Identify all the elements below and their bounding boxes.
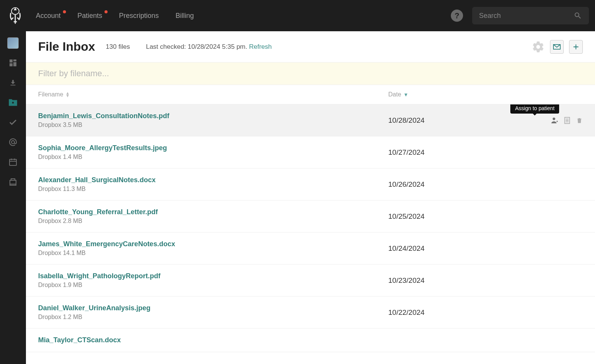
trash-icon [576, 117, 583, 124]
delete-button[interactable] [576, 117, 583, 124]
sort-icon: ▲▼ [66, 92, 70, 97]
file-name[interactable]: James_White_EmergencyCareNotes.docx [38, 240, 388, 248]
file-row[interactable]: Benjamin_Lewis_ConsultationNotes.pdfDrop… [26, 104, 595, 136]
topnav-item-patients[interactable]: Patients [77, 12, 102, 20]
topbar: AccountPatientsPrescriptionsBilling ? [0, 0, 595, 31]
file-list: Benjamin_Lewis_ConsultationNotes.pdfDrop… [26, 104, 595, 364]
topnav-item-prescriptions[interactable]: Prescriptions [119, 12, 159, 20]
sidebar-download[interactable] [6, 76, 19, 89]
file-name[interactable]: Mia_Taylor_CTScan.docx [38, 336, 388, 344]
main-content: File Inbox 130 files Last checked: 10/28… [26, 31, 595, 364]
file-name[interactable]: Sophia_Moore_AllergyTestResults.jpeg [38, 144, 388, 152]
svg-rect-3 [13, 62, 16, 66]
file-meta: Dropbox 2.8 MB [38, 218, 388, 224]
archive-button[interactable] [564, 117, 571, 124]
avatar [7, 37, 19, 49]
filter-input[interactable] [38, 69, 583, 79]
person-add-icon [551, 117, 558, 124]
sidebar-fax[interactable] [6, 175, 19, 188]
envelope-icon [553, 44, 561, 50]
file-date: 10/23/2024 [388, 276, 533, 285]
page-header: File Inbox 130 files Last checked: 10/28… [26, 31, 595, 63]
sidebar-dashboard[interactable] [6, 56, 19, 69]
last-checked: Last checked: 10/28/2024 5:35 pm. Refres… [146, 43, 272, 51]
search-icon [574, 11, 582, 20]
topnav-item-account[interactable]: Account [36, 12, 61, 20]
dashboard-icon [8, 58, 18, 67]
file-name[interactable]: Charlotte_Young_Referral_Letter.pdf [38, 208, 388, 216]
folder-download-icon [8, 98, 18, 107]
file-meta: Dropbox 1.4 MB [38, 154, 388, 160]
assign-to-patient-button[interactable] [551, 117, 558, 124]
refresh-link[interactable]: Refresh [249, 43, 272, 50]
row-actions [533, 117, 583, 124]
file-date: 10/27/2024 [388, 148, 533, 157]
topnav-item-billing[interactable]: Billing [175, 12, 194, 20]
checkmark-icon [8, 118, 18, 127]
file-count: 130 files [106, 43, 130, 51]
sidebar-tasks[interactable] [6, 116, 19, 129]
svg-rect-7 [10, 180, 16, 184]
column-date[interactable]: Date ▼ [388, 91, 533, 98]
file-date: 10/25/2024 [388, 212, 533, 221]
search-bar[interactable] [472, 7, 589, 24]
file-row[interactable]: Sophia_Moore_AllergyTestResults.jpegDrop… [26, 136, 595, 168]
file-date: 10/26/2024 [388, 180, 533, 189]
column-filename[interactable]: Filename ▲▼ [38, 91, 388, 98]
sidebar-mentions[interactable] [6, 136, 19, 149]
file-row[interactable]: Charlotte_Young_Referral_Letter.pdfDropb… [26, 200, 595, 233]
settings-button[interactable] [532, 40, 545, 53]
table-header: Filename ▲▼ Date ▼ [26, 85, 595, 104]
sidebar [0, 31, 26, 364]
file-date: 10/24/2024 [388, 244, 533, 253]
filter-bar [26, 63, 595, 85]
at-icon [8, 138, 18, 147]
file-row[interactable]: Isabella_Wright_PathologyReport.pdfDropb… [26, 265, 595, 297]
svg-rect-8 [11, 179, 15, 180]
calendar-icon [8, 157, 18, 167]
email-button[interactable] [550, 40, 564, 54]
sidebar-calendar[interactable] [6, 156, 19, 168]
file-name[interactable]: Benjamin_Lewis_ConsultationNotes.pdf [38, 112, 388, 120]
svg-rect-1 [10, 59, 13, 63]
file-meta: Dropbox 1.2 MB [38, 314, 388, 321]
svg-point-9 [553, 117, 555, 120]
sort-desc-icon: ▼ [404, 92, 408, 98]
top-navigation: AccountPatientsPrescriptionsBilling [36, 12, 451, 20]
svg-point-5 [11, 141, 14, 144]
add-button[interactable] [569, 40, 583, 54]
plus-icon [572, 43, 580, 51]
svg-rect-2 [13, 59, 16, 61]
file-row[interactable]: Alexander_Hall_SurgicalNotes.docxDropbox… [26, 168, 595, 200]
file-name[interactable]: Isabella_Wright_PathologyReport.pdf [38, 272, 388, 280]
search-input[interactable] [479, 12, 574, 20]
file-meta: Dropbox 3.5 MB [38, 122, 388, 128]
file-date: 10/22/2024 [388, 308, 533, 317]
page-title: File Inbox [38, 40, 95, 54]
sidebar-profile[interactable] [6, 37, 19, 50]
tooltip-assign: Assign to patient [510, 104, 559, 114]
download-icon [9, 79, 17, 87]
header-actions [532, 40, 583, 54]
svg-rect-6 [10, 159, 16, 165]
gear-icon [532, 40, 545, 53]
sidebar-file-inbox[interactable] [6, 96, 19, 109]
help-button[interactable]: ? [451, 10, 463, 22]
file-date: 10/28/2024 [388, 116, 533, 125]
file-row[interactable]: James_White_EmergencyCareNotes.docxDropb… [26, 233, 595, 265]
file-name[interactable]: Alexander_Hall_SurgicalNotes.docx [38, 176, 388, 184]
file-meta: Dropbox 1.9 MB [38, 282, 388, 289]
svg-rect-4 [10, 63, 13, 66]
fax-icon [8, 177, 18, 186]
file-meta: Dropbox 11.3 MB [38, 186, 388, 192]
app-logo[interactable] [6, 6, 24, 25]
file-row[interactable]: Mia_Taylor_CTScan.docx [26, 329, 595, 352]
file-meta: Dropbox 14.1 MB [38, 250, 388, 257]
file-row[interactable]: Daniel_Walker_UrineAnalysis.jpegDropbox … [26, 297, 595, 329]
archive-icon [564, 117, 571, 124]
file-name[interactable]: Daniel_Walker_UrineAnalysis.jpeg [38, 304, 388, 312]
